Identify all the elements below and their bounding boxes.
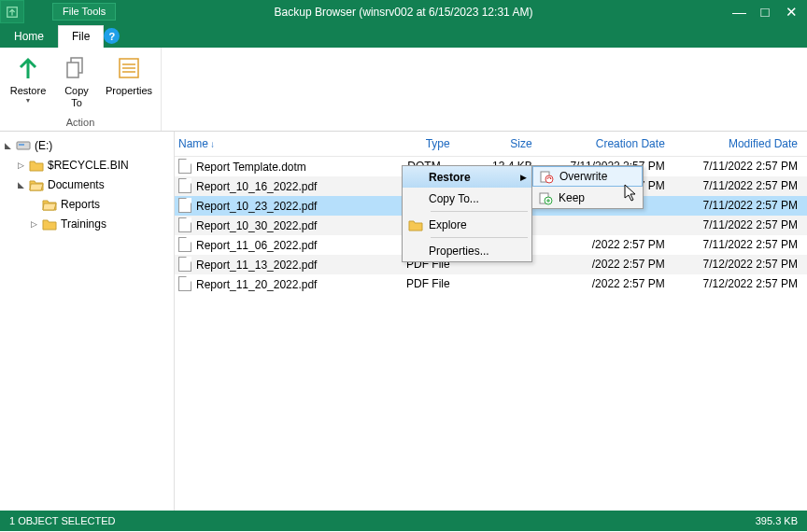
- properties-button[interactable]: Properties: [103, 51, 155, 115]
- copy-to-button[interactable]: CopyTo: [54, 51, 99, 115]
- folder-icon: [29, 159, 44, 172]
- maximize-button[interactable]: □: [758, 5, 772, 19]
- expand-icon[interactable]: ▷: [30, 219, 38, 229]
- properties-icon: [114, 53, 144, 83]
- file-icon: [178, 159, 191, 174]
- menu-properties[interactable]: Properties...: [403, 240, 531, 261]
- column-size[interactable]: Size: [460, 132, 542, 157]
- context-menu: Restore ▶ Copy To... Explore Properties.…: [402, 165, 532, 262]
- restore-button[interactable]: Restore ▼: [6, 51, 50, 115]
- restore-icon: [13, 53, 43, 83]
- minimize-button[interactable]: —: [732, 5, 745, 19]
- menu-restore[interactable]: Restore ▶: [403, 166, 531, 188]
- expand-icon[interactable]: ▷: [17, 161, 25, 170]
- status-bar: 1 OBJECT SELECTED 395.3 KB: [0, 511, 807, 531]
- file-icon: [178, 198, 191, 213]
- ribbon-group-label: Action: [6, 115, 155, 131]
- file-icon: [178, 237, 191, 252]
- svg-point-10: [545, 175, 553, 183]
- submenu-arrow-icon: ▶: [520, 173, 531, 182]
- close-button[interactable]: ✕: [785, 5, 798, 19]
- tab-home[interactable]: Home: [0, 25, 58, 48]
- keep-icon: [532, 190, 559, 205]
- status-selection: 1 OBJECT SELECTED: [9, 515, 116, 526]
- tree-node-root[interactable]: ◣ (E:): [0, 135, 174, 155]
- sort-asc-icon: ↓: [210, 139, 215, 149]
- file-icon: [178, 257, 191, 272]
- column-modified-date[interactable]: Modified Date: [674, 132, 807, 157]
- file-icon: [178, 217, 191, 232]
- menu-overwrite[interactable]: Overwrite: [532, 166, 643, 187]
- folder-open-icon: [42, 198, 57, 211]
- svg-rect-2: [67, 63, 78, 77]
- svg-rect-8: [19, 144, 24, 146]
- table-row[interactable]: Report_11_20_2022.pdfPDF File/2022 2:57 …: [175, 274, 807, 294]
- menu-explore[interactable]: Explore: [403, 214, 531, 235]
- folder-icon: [42, 217, 57, 231]
- titlebar: File Tools Backup Browser (winsrv002 at …: [0, 0, 807, 23]
- tree-node-reports[interactable]: Reports: [0, 194, 174, 214]
- app-icon[interactable]: [0, 0, 24, 23]
- tree-node-recycle[interactable]: ▷ $RECYCLE.BIN: [0, 155, 174, 175]
- file-tools-contextual-tab[interactable]: File Tools: [52, 3, 116, 21]
- copy-icon: [62, 53, 92, 83]
- window-title: Backup Browser (winsrv002 at 6/15/2023 1…: [0, 6, 807, 19]
- ribbon: Restore ▼ CopyTo Properties Action: [0, 48, 807, 132]
- menu-copy-to[interactable]: Copy To...: [403, 188, 531, 209]
- menu-separator: [431, 211, 528, 212]
- explore-icon: [403, 218, 429, 231]
- tree-panel: ◣ (E:) ▷ $RECYCLE.BIN ◣ Documents Report…: [0, 132, 175, 511]
- tab-strip: Home File ?: [0, 23, 807, 48]
- file-list: Name↓ Type Size Creation Date Modified D…: [175, 132, 807, 511]
- collapse-icon[interactable]: ◣: [4, 141, 12, 150]
- tab-file[interactable]: File: [58, 25, 104, 48]
- status-size: 395.3 KB: [756, 515, 798, 526]
- tree-node-documents[interactable]: ◣ Documents: [0, 175, 174, 194]
- column-creation-date[interactable]: Creation Date: [542, 132, 674, 157]
- context-submenu: Overwrite Keep: [531, 165, 644, 209]
- disk-icon: [16, 139, 31, 152]
- help-button[interactable]: ?: [104, 28, 120, 44]
- column-type[interactable]: Type: [389, 132, 459, 157]
- collapse-icon[interactable]: ◣: [17, 180, 25, 189]
- column-name[interactable]: Name↓: [175, 132, 389, 157]
- file-icon: [178, 276, 191, 291]
- dropdown-icon: ▼: [25, 97, 32, 104]
- file-icon: [178, 178, 191, 193]
- tree-node-trainings[interactable]: ▷ Trainings: [0, 214, 174, 233]
- folder-open-icon: [29, 178, 44, 191]
- menu-separator: [431, 237, 528, 238]
- menu-keep[interactable]: Keep: [532, 187, 643, 208]
- overwrite-icon: [533, 169, 559, 184]
